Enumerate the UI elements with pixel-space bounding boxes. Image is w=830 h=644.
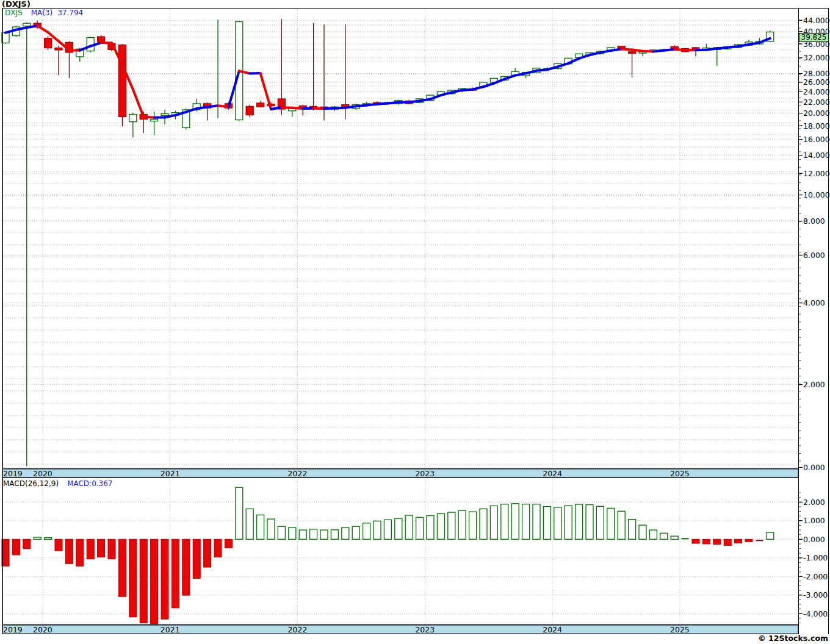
svg-text:2020: 2020 — [33, 469, 52, 478]
price-axis: 44.00040.00036.00032.00028.00026.00024.0… — [798, 16, 830, 472]
stock-chart-canvas: 44.00040.00036.00032.00028.00026.00024.0… — [0, 0, 830, 644]
svg-text:-1.000: -1.000 — [803, 553, 828, 562]
svg-text:12.000: 12.000 — [803, 169, 830, 178]
svg-text:0.000: 0.000 — [803, 535, 825, 544]
svg-text:26.000: 26.000 — [803, 77, 830, 87]
svg-text:32.000: 32.000 — [803, 53, 830, 62]
svg-text:2.000: 2.000 — [803, 380, 825, 389]
macd-header: MACD(26,12,9)MACD:0.367 — [3, 479, 113, 488]
chart-page: 44.00040.00036.00032.00028.00026.00024.0… — [0, 0, 830, 644]
svg-text:2021: 2021 — [161, 469, 180, 478]
chart-legend: DXJSMA(3)37.794 — [5, 9, 83, 17]
watermark-credit: © 12Stocks.com — [758, 634, 828, 643]
svg-text:2022: 2022 — [288, 469, 308, 478]
svg-text:4.000: 4.000 — [803, 298, 825, 307]
macd-value-label: MACD:0.367 — [67, 479, 112, 488]
svg-text:10.000: 10.000 — [803, 190, 830, 199]
svg-text:2025: 2025 — [670, 625, 690, 634]
svg-text:2024: 2024 — [543, 469, 562, 478]
svg-text:22.000: 22.000 — [803, 98, 830, 107]
svg-text:24.000: 24.000 — [803, 87, 830, 96]
svg-text:2022: 2022 — [288, 625, 308, 634]
svg-text:2023: 2023 — [415, 625, 435, 634]
svg-text:2020: 2020 — [33, 625, 52, 634]
svg-text:2019: 2019 — [3, 469, 23, 478]
svg-text:14.000: 14.000 — [803, 151, 830, 160]
svg-text:-3.000: -3.000 — [803, 590, 828, 599]
year-labels: 2019202020212022202320242025201920202021… — [3, 469, 690, 634]
svg-text:6.000: 6.000 — [803, 251, 825, 260]
svg-text:16.000: 16.000 — [803, 135, 830, 144]
svg-text:-2.000: -2.000 — [803, 572, 828, 581]
page-title: (DXJS) — [2, 0, 31, 9]
legend-ma-label: MA(3) — [31, 9, 53, 17]
svg-text:-4.000: -4.000 — [803, 609, 828, 618]
svg-text:2024: 2024 — [543, 625, 562, 634]
macd-axis: 2.0001.0000.000-1.000-2.000-3.000-4.000 — [798, 493, 828, 623]
svg-text:2021: 2021 — [161, 625, 180, 634]
svg-text:2023: 2023 — [415, 469, 435, 478]
svg-text:8.000: 8.000 — [803, 216, 825, 226]
legend-symbol: DXJS — [5, 9, 23, 17]
svg-text:2019: 2019 — [3, 625, 23, 634]
svg-text:2025: 2025 — [670, 469, 690, 478]
macd-histogram-layer — [2, 487, 774, 624]
svg-text:1.000: 1.000 — [803, 516, 825, 525]
macd-params-label: MACD(26,12,9) — [3, 479, 59, 488]
svg-text:2.000: 2.000 — [803, 498, 825, 507]
svg-text:18.000: 18.000 — [803, 121, 830, 131]
svg-text:44.000: 44.000 — [803, 16, 830, 25]
svg-text:20.000: 20.000 — [803, 109, 830, 118]
legend-ma-value: 37.794 — [57, 9, 83, 17]
svg-text:28.000: 28.000 — [803, 69, 830, 78]
svg-text:0.000: 0.000 — [803, 463, 825, 472]
last-price-badge: 39.825 — [799, 33, 829, 42]
